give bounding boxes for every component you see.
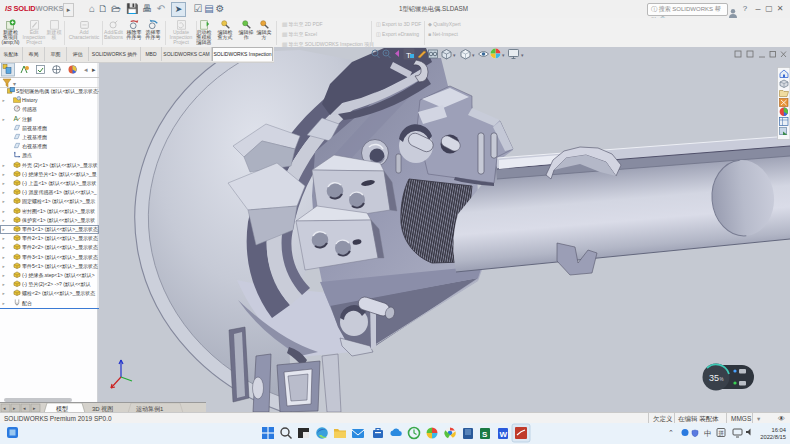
svg-text:2022/8/15: 2022/8/15: [760, 434, 786, 440]
svg-text:16:04: 16:04: [771, 427, 786, 433]
svg-text:%: %: [720, 377, 724, 382]
svg-text:S: S: [482, 430, 488, 439]
svg-text:35: 35: [709, 373, 719, 383]
svg-text:中: 中: [704, 429, 712, 438]
svg-text:◂: ◂: [84, 66, 88, 73]
svg-text:拼: 拼: [719, 430, 725, 436]
svg-text:W: W: [500, 430, 508, 439]
svg-text:A: A: [14, 115, 19, 122]
svg-text:▸: ▸: [92, 66, 96, 73]
svg-text:⌃: ⌃: [668, 429, 674, 436]
